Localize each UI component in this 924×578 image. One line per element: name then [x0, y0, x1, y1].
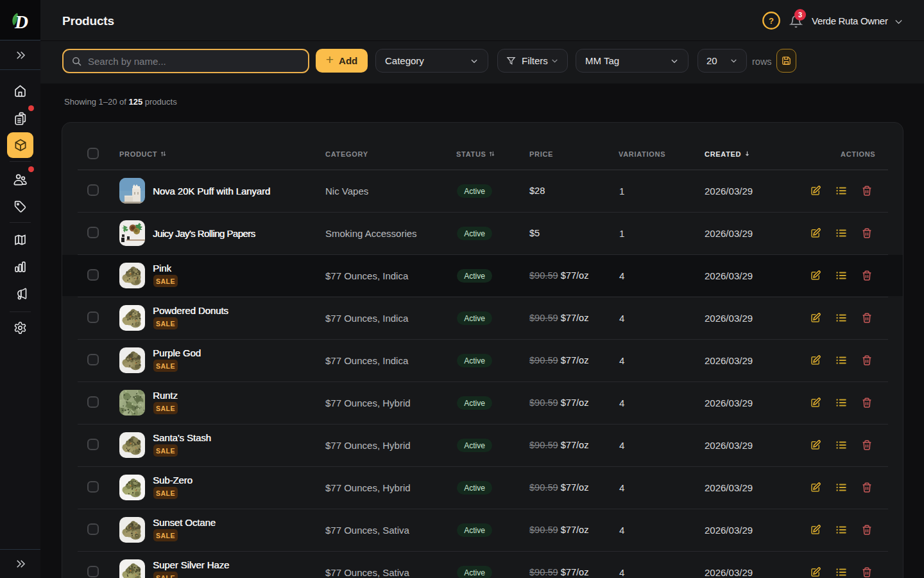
svg-text:D: D: [14, 12, 28, 31]
svg-text:?: ?: [769, 16, 774, 26]
